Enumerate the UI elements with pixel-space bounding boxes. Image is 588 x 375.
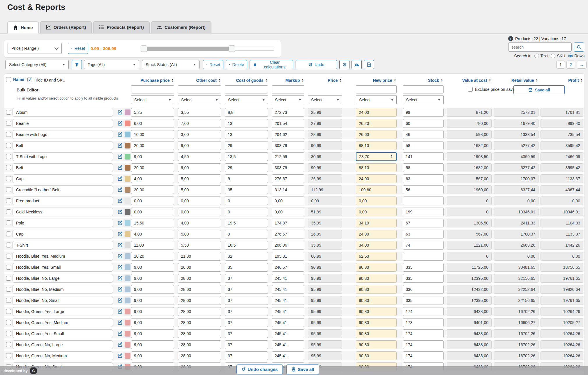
row-checkbox[interactable] <box>6 121 11 126</box>
cost-of-goods-input[interactable] <box>225 108 268 117</box>
cost-of-goods-input[interactable] <box>225 130 268 139</box>
purchase-price-input[interactable] <box>131 174 174 183</box>
column-header-new-price[interactable]: New price▲▼ <box>356 77 397 84</box>
search-in-text-option[interactable]: Text <box>534 54 548 58</box>
column-header-cost-of-goods[interactable]: Cost of goods▲▼ <box>225 77 268 84</box>
undo-button[interactable]: ↺Undo <box>296 60 337 69</box>
cost-of-goods-input[interactable] <box>225 329 268 338</box>
markup-input[interactable] <box>272 263 304 272</box>
cost-of-goods-input[interactable] <box>225 307 268 316</box>
row-checkbox[interactable] <box>6 165 11 170</box>
bulk-other-cost-input[interactable] <box>178 85 221 93</box>
cost-of-goods-input[interactable] <box>225 274 268 283</box>
price-reset-button[interactable]: Reset <box>68 43 88 54</box>
stock-input[interactable] <box>403 141 444 150</box>
edit-product-icon[interactable] <box>117 264 123 270</box>
next-page-button[interactable]: → <box>577 61 587 69</box>
stock-input[interactable] <box>403 174 444 183</box>
new-price-input[interactable] <box>356 307 397 316</box>
cost-of-goods-input[interactable] <box>225 208 268 216</box>
bulk-stock-select[interactable]: Select <box>403 95 444 104</box>
cost-of-goods-input[interactable] <box>225 318 268 327</box>
markup-input[interactable] <box>272 318 304 327</box>
product-name-input[interactable] <box>13 208 113 216</box>
purchase-price-input[interactable] <box>131 285 174 294</box>
hide-id-sku-checkbox[interactable] <box>27 77 32 82</box>
other-cost-input[interactable] <box>178 197 221 205</box>
cost-of-goods-input[interactable] <box>225 119 268 128</box>
product-name-input[interactable] <box>13 241 113 250</box>
product-name-input[interactable] <box>13 340 113 349</box>
product-name-input[interactable] <box>13 307 113 316</box>
row-checkbox[interactable] <box>6 331 11 336</box>
markup-input[interactable] <box>272 230 304 238</box>
column-header-other-cost[interactable]: Other cost▲▼ <box>178 77 221 84</box>
product-name-input[interactable] <box>13 108 113 117</box>
filters-reset-button[interactable]: Reset <box>203 60 223 69</box>
markup-input[interactable] <box>272 351 304 360</box>
row-checkbox[interactable] <box>6 254 11 259</box>
row-checkbox[interactable] <box>6 265 11 270</box>
other-cost-input[interactable] <box>178 274 221 283</box>
new-price-input[interactable] <box>356 119 397 128</box>
stock-input[interactable] <box>403 230 444 238</box>
stock-input[interactable] <box>403 185 444 194</box>
markup-input[interactable] <box>272 340 304 349</box>
price-range-slider[interactable] <box>142 46 276 51</box>
bulk-purchase-price-input[interactable] <box>131 85 174 93</box>
exclude-price-option[interactable]: Exclude price on save <box>468 87 515 92</box>
bulk-new-price-select[interactable]: Select <box>356 95 397 104</box>
purchase-price-input[interactable] <box>131 197 174 205</box>
stock-input[interactable] <box>403 197 444 205</box>
product-name-input[interactable] <box>13 285 113 294</box>
purchase-price-input[interactable] <box>131 241 174 250</box>
row-checkbox[interactable] <box>6 298 11 303</box>
new-price-input[interactable] <box>356 208 397 216</box>
markup-input[interactable] <box>272 108 304 117</box>
edit-product-icon[interactable] <box>117 165 123 170</box>
search-in-sku-option[interactable]: SKU <box>551 54 565 58</box>
edit-product-icon[interactable] <box>117 242 123 248</box>
stock-input[interactable] <box>403 296 444 305</box>
edit-product-icon[interactable] <box>117 121 123 126</box>
product-name-input[interactable] <box>13 163 113 172</box>
column-header-name[interactable]: Name ▲▼ <box>13 77 28 82</box>
cost-of-goods-input[interactable] <box>225 230 268 238</box>
other-cost-input[interactable] <box>178 219 221 227</box>
new-price-input[interactable] <box>356 263 397 272</box>
tab-customers-report[interactable]: Customers (Report) <box>151 21 211 33</box>
new-price-input[interactable] <box>356 130 397 139</box>
settings-button[interactable]: ⚙ <box>339 60 349 69</box>
search-button[interactable] <box>574 43 584 52</box>
stock-status-select[interactable]: Stock Status (All) <box>142 60 199 69</box>
edit-product-icon[interactable] <box>117 286 123 292</box>
edit-product-icon[interactable] <box>117 309 123 314</box>
purchase-price-input[interactable] <box>131 318 174 327</box>
stock-input[interactable] <box>403 130 444 139</box>
tags-select[interactable]: Tags (All) <box>84 60 139 69</box>
edit-product-icon[interactable] <box>117 275 123 281</box>
cost-of-goods-input[interactable] <box>225 241 268 250</box>
new-price-input[interactable] <box>356 351 397 360</box>
stock-input[interactable] <box>403 163 444 172</box>
purchase-price-input[interactable] <box>131 340 174 349</box>
row-checkbox[interactable] <box>6 132 11 137</box>
radio-icon[interactable] <box>534 54 539 58</box>
markup-input[interactable] <box>272 307 304 316</box>
stock-input[interactable] <box>403 152 444 161</box>
product-name-input[interactable] <box>13 119 113 128</box>
other-cost-input[interactable] <box>178 351 221 360</box>
undo-changes-button[interactable]: ↺Undo changes <box>236 365 283 374</box>
row-checkbox[interactable] <box>6 287 11 292</box>
cost-of-goods-input[interactable] <box>225 340 268 349</box>
markup-input[interactable] <box>272 252 304 261</box>
purchase-price-input[interactable] <box>131 307 174 316</box>
search-input[interactable] <box>508 43 572 52</box>
edit-product-icon[interactable] <box>117 253 123 259</box>
product-name-input[interactable] <box>13 351 113 360</box>
new-price-input[interactable] <box>356 274 397 283</box>
edit-product-icon[interactable] <box>117 187 123 192</box>
new-price-input[interactable] <box>356 318 397 327</box>
new-price-input[interactable] <box>356 141 397 150</box>
markup-input[interactable] <box>272 130 304 139</box>
